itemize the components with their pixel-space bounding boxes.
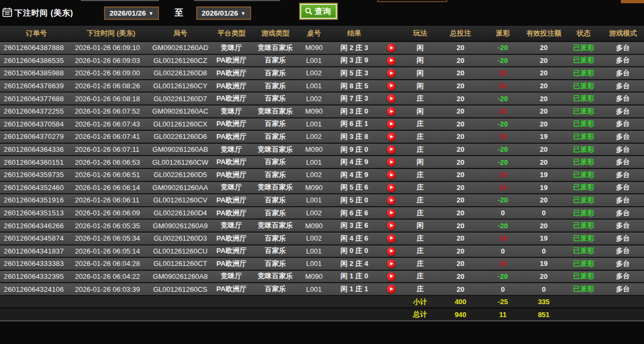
play-video-button[interactable] bbox=[387, 196, 396, 205]
table-row: 260126064352460 2026-01-26 06:06:14 GM09… bbox=[0, 181, 644, 194]
game-result: 闲 1 庄 1 bbox=[329, 283, 380, 296]
platform-type: 竞咪厅 bbox=[211, 219, 252, 232]
play-video-button[interactable] bbox=[387, 285, 396, 293]
play-video-button[interactable] bbox=[387, 132, 396, 141]
table-row: 260126064324106 2026-01-26 06:03:39 GL00… bbox=[0, 283, 644, 296]
col-bet-time: 下注时间 (美东) bbox=[73, 26, 149, 41]
play-video-button[interactable] bbox=[387, 209, 396, 217]
play-video-button[interactable] bbox=[387, 107, 396, 116]
table-row: 260126064332395 2026-01-26 06:04:22 GM09… bbox=[0, 270, 644, 283]
play-video-button[interactable] bbox=[387, 158, 396, 166]
play-video-button[interactable] bbox=[387, 259, 396, 268]
date-to-select[interactable]: 2026/01/26 ▼ bbox=[196, 6, 251, 20]
betting-records-screen: 下注时间 (美东) 2026/01/26 ▼ 至 2026/01/26 ▼ 查询 bbox=[0, 0, 644, 344]
payout-value: 20 bbox=[483, 105, 522, 118]
payout-value: -20 bbox=[483, 156, 522, 169]
game-mode: 多台 bbox=[602, 169, 644, 181]
game-result: 闲 8 庄 5 bbox=[329, 80, 380, 93]
col-game-mode: 游戏模式 bbox=[602, 26, 644, 41]
col-total-bet: 总投注 bbox=[438, 26, 483, 41]
table-row: 260126064378639 2026-01-26 06:08:26 GL00… bbox=[0, 80, 644, 93]
total-bet-value: 20 bbox=[438, 207, 483, 220]
play-video-button[interactable] bbox=[387, 145, 396, 154]
bet-time: 2026-01-26 06:07:43 bbox=[73, 118, 149, 131]
col-table-number: 桌号 bbox=[299, 26, 329, 41]
game-type: 百家乐 bbox=[252, 207, 299, 220]
round-id: GL002261260D7 bbox=[149, 92, 211, 105]
valid-bet-value: 0 bbox=[522, 207, 565, 220]
status-badge: 已派彩 bbox=[565, 194, 602, 207]
game-result: 闲 1 庄 0 bbox=[329, 270, 380, 283]
total-bet-value: 20 bbox=[438, 283, 483, 296]
bet-records-table: 订单号 下注时间 (美东) 局号 平台类型 游戏类型 桌号 结果 玩法 总投注 … bbox=[0, 26, 644, 321]
table-body: 260126064387888 2026-01-26 06:09:10 GM09… bbox=[0, 41, 644, 296]
table-number: L001 bbox=[299, 283, 329, 296]
game-type: 百家乐 bbox=[252, 232, 299, 245]
valid-bet-value: 20 bbox=[522, 270, 565, 283]
play-video-button[interactable] bbox=[387, 94, 396, 103]
date-from-select[interactable]: 2026/01/26 ▼ bbox=[104, 6, 159, 20]
play-video-button[interactable] bbox=[387, 234, 396, 243]
status-badge: 已派彩 bbox=[565, 232, 602, 245]
round-id: GM090261260AC bbox=[149, 105, 211, 118]
play-video-button[interactable] bbox=[387, 44, 396, 52]
game-type: 竞咪百家乐 bbox=[252, 41, 299, 54]
order-number: 260126064346266 bbox=[0, 219, 73, 232]
bet-time: 2026-01-26 06:05:14 bbox=[73, 245, 149, 258]
dropdown-caret-icon: ▼ bbox=[241, 11, 246, 16]
order-number: 260126064385988 bbox=[0, 67, 73, 80]
game-result: 闲 3 庄 0 bbox=[329, 105, 380, 118]
play-video-button[interactable] bbox=[387, 82, 396, 90]
bet-time: 2026-01-26 06:05:34 bbox=[73, 232, 149, 245]
bet-time: 2026-01-26 06:03:39 bbox=[73, 283, 149, 296]
table-number: M090 bbox=[299, 181, 329, 194]
table-number: M090 bbox=[299, 105, 329, 118]
payout-value: 0 bbox=[483, 207, 522, 220]
game-result: 闲 9 庄 0 bbox=[329, 143, 380, 156]
game-mode: 多台 bbox=[602, 245, 644, 258]
bet-type: 庄 bbox=[403, 92, 438, 105]
platform-type: PA欧洲厅 bbox=[211, 54, 252, 67]
table-number: L002 bbox=[299, 67, 329, 80]
play-video-button[interactable] bbox=[387, 221, 396, 230]
query-button[interactable]: 查询 bbox=[300, 4, 337, 19]
valid-bet-value: 0 bbox=[522, 245, 565, 258]
status-badge: 已派彩 bbox=[565, 143, 602, 156]
game-result: 闲 2 庄 4 bbox=[329, 257, 380, 270]
platform-type: 竞咪厅 bbox=[211, 105, 252, 118]
status-badge: 已派彩 bbox=[565, 41, 602, 54]
total-bet-value: 20 bbox=[438, 156, 483, 169]
round-id: GL002261260D4 bbox=[149, 207, 211, 220]
payout-value: 20 bbox=[483, 80, 522, 93]
play-video-button[interactable] bbox=[387, 272, 396, 281]
valid-bet-value: 20 bbox=[522, 80, 565, 93]
table-number: L001 bbox=[299, 118, 329, 131]
grand-total-total-bet: 940 bbox=[438, 308, 483, 321]
play-video-button[interactable] bbox=[387, 184, 396, 192]
bet-type: 庄 bbox=[403, 143, 438, 156]
subtotal-row: 小计 400 -25 335 bbox=[0, 296, 644, 308]
status-badge: 已派彩 bbox=[565, 67, 602, 80]
total-bet-value: 20 bbox=[438, 143, 483, 156]
grand-total-payout: 11 bbox=[483, 308, 522, 321]
table-row: 260126064370279 2026-01-26 06:07:41 GL00… bbox=[0, 130, 644, 143]
platform-type: 竞咪厅 bbox=[211, 270, 252, 283]
round-id: GM090261260A8 bbox=[149, 270, 211, 283]
status-badge: 已派彩 bbox=[565, 118, 602, 131]
play-video-button[interactable] bbox=[387, 171, 396, 179]
play-video-button[interactable] bbox=[387, 247, 396, 256]
bet-time-label: 下注时间 (美东) bbox=[15, 8, 73, 18]
game-result: 闲 4 庄 6 bbox=[329, 232, 380, 245]
valid-bet-value: 19 bbox=[522, 169, 565, 181]
table-number: L001 bbox=[299, 194, 329, 207]
bet-time: 2026-01-26 06:04:22 bbox=[73, 270, 149, 283]
play-video-button[interactable] bbox=[387, 69, 396, 78]
table-number: M090 bbox=[299, 143, 329, 156]
table-header: 订单号 下注时间 (美东) 局号 平台类型 游戏类型 桌号 结果 玩法 总投注 … bbox=[0, 26, 644, 41]
platform-type: PA欧洲厅 bbox=[211, 169, 252, 181]
play-video-button[interactable] bbox=[387, 57, 396, 65]
payout-value: -20 bbox=[483, 41, 522, 54]
play-video-button[interactable] bbox=[387, 120, 396, 129]
order-number: 260126064324106 bbox=[0, 283, 73, 296]
table-row: 260126064386535 2026-01-26 06:09:03 GL00… bbox=[0, 54, 644, 67]
